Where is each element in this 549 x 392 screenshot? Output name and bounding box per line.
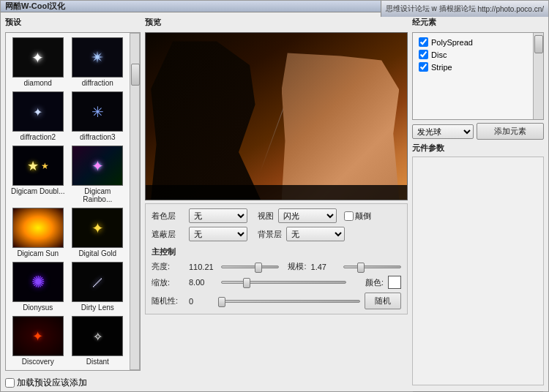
add-preset-checkbox-row: 加载预设应该添加 [5, 377, 87, 389]
brightness-slider-thumb[interactable] [255, 263, 262, 273]
list-item[interactable]: diffraction3 [69, 90, 127, 143]
random-slider-thumb[interactable] [218, 297, 225, 307]
preset-label: diffraction2 [20, 133, 56, 141]
zoom-value: 8.00 [189, 278, 217, 287]
center-panel: 预览 [145, 17, 408, 392]
preview-area[interactable] [145, 32, 408, 200]
list-item[interactable]: Digital Gold [69, 206, 127, 259]
add-preset-checkbox[interactable] [5, 378, 15, 388]
preset-label: Digicam Sun [17, 249, 59, 257]
master-title: 主控制 [152, 246, 401, 257]
list-item[interactable]: Dirty Lens [69, 260, 127, 313]
list-item[interactable]: diffraction [69, 36, 127, 88]
scale-slider-track[interactable] [343, 265, 401, 268]
element-checkbox-polyspread[interactable] [419, 37, 428, 47]
scale-label: 规模: [288, 261, 306, 272]
list-item[interactable]: Distant [69, 314, 127, 367]
preset-label: Distant [86, 358, 109, 366]
title-bar: 网酷W-Cool汉化 思维设计论坛 w 插根据论坛 http://photo.p… [1, 1, 548, 12]
list-item[interactable]: Digicam Doubl... [9, 144, 67, 205]
preset-thumb-diffraction2[interactable] [12, 91, 64, 132]
list-item[interactable]: Discovery [9, 314, 67, 367]
element-scrollbar[interactable] [533, 33, 543, 119]
list-item[interactable]: diffraction2 [9, 90, 67, 143]
preset-thumb-diffraction3[interactable] [72, 91, 123, 132]
zoom-slider-thumb[interactable] [243, 278, 250, 288]
emit-select[interactable]: 发光球 [412, 124, 474, 139]
add-preset-label: 加载预设应该添加 [17, 377, 87, 389]
zoom-slider-container [221, 281, 346, 284]
color-layer-select[interactable]: 无 [189, 208, 247, 223]
preset-thumb-digital-gold[interactable] [72, 208, 123, 248]
element-controls: 发光球 添加元素 [412, 123, 544, 140]
bg-layer-select[interactable]: 无 [286, 227, 345, 241]
element-scrollbar-thumb[interactable] [534, 35, 543, 53]
preset-thumb-dionysus[interactable] [12, 262, 64, 302]
figure-left [151, 41, 261, 200]
color-swatch[interactable] [388, 276, 401, 289]
brightness-slider-container [221, 265, 279, 268]
preset-thumb-discovery[interactable] [12, 316, 64, 356]
control-row-brightness: 亮度: 110.21 规模: 1.47 [152, 261, 401, 272]
add-element-button[interactable]: 添加元素 [477, 123, 544, 140]
preset-panel-title: 预设 [5, 17, 141, 28]
scale-slider-thumb[interactable] [357, 263, 365, 273]
random-button[interactable]: 随机 [365, 293, 401, 309]
element-label-polyspread: PolySpread [431, 38, 473, 47]
flip-label: 颠倒 [355, 211, 371, 222]
preset-thumb-dirty-lens[interactable] [72, 262, 123, 302]
control-row-zoom: 缩放: 8.00 颜色: [152, 276, 401, 289]
elements-title: 经元素 [412, 17, 544, 28]
brightness-slider-track[interactable] [221, 265, 279, 268]
list-item: Stripe [416, 61, 530, 73]
preset-thumb-digicam-double[interactable] [12, 146, 64, 186]
zoom-slider-track[interactable] [221, 281, 346, 284]
random-value: 0 [189, 297, 217, 306]
scale-slider-container [343, 265, 401, 268]
list-item[interactable]: diamond [9, 36, 67, 88]
element-list-inner: PolySpread Disc Stripe [413, 33, 543, 76]
element-list: PolySpread Disc Stripe [412, 32, 544, 120]
preset-label: Dionysus [23, 304, 53, 312]
view-select[interactable]: 闪光 [278, 208, 337, 223]
view-label: 视图 [258, 211, 274, 222]
preset-bottom: 加载预设应该添加 [5, 377, 141, 389]
scrollbar-thumb[interactable] [131, 64, 140, 86]
bg-layer-label: 背景层 [258, 229, 282, 240]
preset-thumb-diffraction[interactable] [72, 37, 123, 78]
preset-label: Dirty Lens [81, 304, 114, 312]
element-checkbox-disc[interactable] [419, 50, 428, 59]
preset-scrollbar[interactable] [130, 33, 140, 370]
controls-area: 着色层 无 视图 闪光 颠倒 遮蔽层 [145, 203, 408, 314]
control-row-2: 遮蔽层 无 背景层 无 [152, 227, 401, 241]
element-params-area [412, 157, 544, 385]
preset-thumb-distant[interactable] [72, 316, 123, 356]
title-bar-subtitle: 思维设计论坛 w 插根据论坛 http://photo.poco.cn/ [381, 1, 548, 17]
preview-image [146, 33, 407, 200]
random-slider-track[interactable] [221, 300, 360, 303]
main-window: 网酷W-Cool汉化 思维设计论坛 w 插根据论坛 http://photo.p… [0, 0, 549, 392]
random-slider-container [221, 300, 360, 303]
brightness-value: 110.21 [189, 263, 217, 271]
color-layer-label: 着色层 [152, 211, 184, 222]
element-checkbox-stripe[interactable] [419, 62, 428, 72]
window-title: 网酷W-Cool汉化 [5, 1, 65, 12]
url-text: http://photo.poco.cn/ [477, 5, 544, 13]
flip-checkbox[interactable] [344, 211, 354, 221]
preset-label: diffraction [82, 79, 113, 87]
list-item[interactable]: Digicam Rainbo... [69, 144, 127, 205]
mask-layer-select[interactable]: 无 [189, 227, 247, 241]
mask-layer-label: 遮蔽层 [152, 229, 184, 240]
preset-thumb-digicam-rainbow[interactable] [72, 146, 123, 186]
preset-thumb-digicam-sun[interactable] [12, 208, 64, 248]
preset-label: Digicam Rainbo... [70, 187, 126, 203]
random-label: 随机性: [152, 295, 184, 306]
preset-list-container: diamond diffraction diffraction2 diffrac… [5, 32, 141, 371]
preview-bottom-bar [146, 185, 407, 200]
preset-grid: diamond diffraction diffraction2 diffrac… [6, 33, 140, 370]
flip-checkbox-row: 颠倒 [344, 211, 371, 222]
preset-thumb-diamond[interactable] [12, 37, 64, 78]
list-item[interactable]: Dionysus [9, 260, 67, 313]
list-item[interactable]: Digicam Sun [9, 206, 67, 259]
preset-label: Digicam Doubl... [11, 187, 64, 195]
